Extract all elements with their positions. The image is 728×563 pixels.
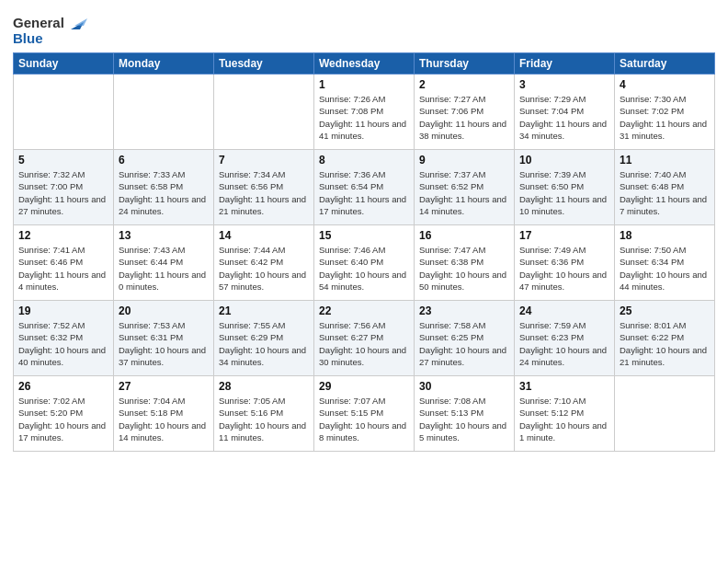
cell-info-text: Sunrise: 7:05 AM Sunset: 5:16 PM Dayligh… — [219, 395, 309, 443]
calendar-cell — [615, 376, 715, 452]
calendar-cell — [214, 75, 314, 150]
calendar-cell: 23Sunrise: 7:58 AM Sunset: 6:25 PM Dayli… — [415, 301, 515, 376]
calendar-cell: 22Sunrise: 7:56 AM Sunset: 6:27 PM Dayli… — [314, 301, 415, 376]
calendar-cell: 7Sunrise: 7:34 AM Sunset: 6:56 PM Daylig… — [214, 150, 314, 225]
cell-info-text: Sunrise: 7:32 AM Sunset: 7:00 PM Dayligh… — [18, 168, 108, 217]
day-number: 22 — [319, 304, 409, 317]
cell-info-text: Sunrise: 7:47 AM Sunset: 6:38 PM Dayligh… — [419, 244, 509, 293]
day-number: 10 — [519, 154, 609, 167]
cell-info-text: Sunrise: 7:43 AM Sunset: 6:44 PM Dayligh… — [119, 244, 209, 293]
calendar-cell: 2Sunrise: 7:27 AM Sunset: 7:06 PM Daylig… — [415, 75, 515, 150]
calendar-table: SundayMondayTuesdayWednesdayThursdayFrid… — [13, 52, 715, 452]
calendar-week-row: 1Sunrise: 7:26 AM Sunset: 7:08 PM Daylig… — [14, 75, 715, 150]
calendar-cell — [14, 75, 114, 150]
calendar-cell: 8Sunrise: 7:36 AM Sunset: 6:54 PM Daylig… — [314, 150, 415, 225]
cell-info-text: Sunrise: 7:10 AM Sunset: 5:12 PM Dayligh… — [519, 395, 609, 443]
calendar-cell: 14Sunrise: 7:44 AM Sunset: 6:42 PM Dayli… — [214, 225, 314, 301]
calendar-cell: 20Sunrise: 7:53 AM Sunset: 6:31 PM Dayli… — [114, 301, 214, 376]
cell-info-text: Sunrise: 7:34 AM Sunset: 6:56 PM Dayligh… — [219, 168, 309, 217]
day-number: 26 — [18, 380, 108, 393]
day-number: 13 — [119, 229, 209, 242]
calendar-cell: 15Sunrise: 7:46 AM Sunset: 6:40 PM Dayli… — [314, 225, 415, 301]
calendar-cell: 4Sunrise: 7:30 AM Sunset: 7:02 PM Daylig… — [615, 75, 715, 150]
cell-info-text: Sunrise: 7:08 AM Sunset: 5:13 PM Dayligh… — [419, 395, 509, 443]
cell-info-text: Sunrise: 7:37 AM Sunset: 6:52 PM Dayligh… — [419, 168, 509, 217]
day-number: 6 — [119, 154, 209, 167]
day-number: 19 — [18, 304, 108, 317]
calendar-week-row: 19Sunrise: 7:52 AM Sunset: 6:32 PM Dayli… — [14, 301, 715, 376]
day-number: 14 — [219, 229, 309, 242]
calendar-day-header: Monday — [114, 53, 214, 75]
cell-info-text: Sunrise: 7:30 AM Sunset: 7:02 PM Dayligh… — [620, 93, 710, 142]
logo-icon — [67, 13, 87, 33]
calendar-cell: 11Sunrise: 7:40 AM Sunset: 6:48 PM Dayli… — [615, 150, 715, 225]
cell-info-text: Sunrise: 7:46 AM Sunset: 6:40 PM Dayligh… — [319, 244, 409, 293]
day-number: 29 — [319, 380, 409, 393]
svg-marker-1 — [74, 18, 87, 26]
calendar-cell: 24Sunrise: 7:59 AM Sunset: 6:23 PM Dayli… — [515, 301, 615, 376]
day-number: 17 — [519, 229, 609, 242]
day-number: 15 — [319, 229, 409, 242]
cell-info-text: Sunrise: 7:50 AM Sunset: 6:34 PM Dayligh… — [620, 244, 710, 293]
day-number: 7 — [219, 154, 309, 167]
day-number: 4 — [620, 78, 710, 91]
calendar-cell: 26Sunrise: 7:02 AM Sunset: 5:20 PM Dayli… — [14, 376, 114, 452]
day-number: 9 — [419, 154, 509, 167]
calendar-cell: 12Sunrise: 7:41 AM Sunset: 6:46 PM Dayli… — [14, 225, 114, 301]
cell-info-text: Sunrise: 7:39 AM Sunset: 6:50 PM Dayligh… — [519, 168, 609, 217]
day-number: 11 — [620, 154, 710, 167]
day-number: 5 — [18, 154, 108, 167]
calendar-cell: 5Sunrise: 7:32 AM Sunset: 7:00 PM Daylig… — [14, 150, 114, 225]
calendar-cell: 13Sunrise: 7:43 AM Sunset: 6:44 PM Dayli… — [114, 225, 214, 301]
cell-info-text: Sunrise: 7:07 AM Sunset: 5:15 PM Dayligh… — [319, 395, 409, 443]
day-number: 20 — [119, 304, 209, 317]
cell-info-text: Sunrise: 7:40 AM Sunset: 6:48 PM Dayligh… — [620, 168, 710, 217]
day-number: 23 — [419, 304, 509, 317]
header: General Blue — [13, 9, 715, 47]
cell-info-text: Sunrise: 7:56 AM Sunset: 6:27 PM Dayligh… — [319, 319, 409, 368]
calendar-cell: 17Sunrise: 7:49 AM Sunset: 6:36 PM Dayli… — [515, 225, 615, 301]
calendar-week-row: 5Sunrise: 7:32 AM Sunset: 7:00 PM Daylig… — [14, 150, 715, 225]
page-container: General Blue SundayMondayTuesdayWednesda… — [0, 0, 728, 461]
calendar-day-header: Tuesday — [214, 53, 314, 75]
calendar-cell: 19Sunrise: 7:52 AM Sunset: 6:32 PM Dayli… — [14, 301, 114, 376]
calendar-day-header: Saturday — [615, 53, 715, 75]
cell-info-text: Sunrise: 7:41 AM Sunset: 6:46 PM Dayligh… — [18, 244, 108, 293]
day-number: 21 — [219, 304, 309, 317]
day-number: 3 — [519, 78, 609, 91]
calendar-day-header: Sunday — [14, 53, 114, 75]
calendar-day-header: Friday — [515, 53, 615, 75]
calendar-cell: 30Sunrise: 7:08 AM Sunset: 5:13 PM Dayli… — [415, 376, 515, 452]
day-number: 16 — [419, 229, 509, 242]
cell-info-text: Sunrise: 7:02 AM Sunset: 5:20 PM Dayligh… — [18, 395, 108, 443]
logo-general: General — [13, 15, 64, 31]
day-number: 28 — [219, 380, 309, 393]
calendar-cell: 21Sunrise: 7:55 AM Sunset: 6:29 PM Dayli… — [214, 301, 314, 376]
logo: General Blue — [13, 13, 87, 47]
day-number: 24 — [519, 304, 609, 317]
calendar-cell: 1Sunrise: 7:26 AM Sunset: 7:08 PM Daylig… — [314, 75, 415, 150]
calendar-cell: 28Sunrise: 7:05 AM Sunset: 5:16 PM Dayli… — [214, 376, 314, 452]
day-number: 27 — [119, 380, 209, 393]
day-number: 1 — [319, 78, 409, 91]
calendar-day-header: Thursday — [415, 53, 515, 75]
calendar-cell — [114, 75, 214, 150]
cell-info-text: Sunrise: 7:49 AM Sunset: 6:36 PM Dayligh… — [519, 244, 609, 293]
calendar-cell: 10Sunrise: 7:39 AM Sunset: 6:50 PM Dayli… — [515, 150, 615, 225]
calendar-cell: 27Sunrise: 7:04 AM Sunset: 5:18 PM Dayli… — [114, 376, 214, 452]
calendar-cell: 25Sunrise: 8:01 AM Sunset: 6:22 PM Dayli… — [615, 301, 715, 376]
calendar-week-row: 26Sunrise: 7:02 AM Sunset: 5:20 PM Dayli… — [14, 376, 715, 452]
cell-info-text: Sunrise: 7:29 AM Sunset: 7:04 PM Dayligh… — [519, 93, 609, 142]
day-number: 30 — [419, 380, 509, 393]
calendar-header-row: SundayMondayTuesdayWednesdayThursdayFrid… — [14, 53, 715, 75]
cell-info-text: Sunrise: 7:44 AM Sunset: 6:42 PM Dayligh… — [219, 244, 309, 293]
cell-info-text: Sunrise: 8:01 AM Sunset: 6:22 PM Dayligh… — [620, 319, 710, 368]
calendar-cell: 3Sunrise: 7:29 AM Sunset: 7:04 PM Daylig… — [515, 75, 615, 150]
calendar-cell: 31Sunrise: 7:10 AM Sunset: 5:12 PM Dayli… — [515, 376, 615, 452]
calendar-cell: 6Sunrise: 7:33 AM Sunset: 6:58 PM Daylig… — [114, 150, 214, 225]
cell-info-text: Sunrise: 7:36 AM Sunset: 6:54 PM Dayligh… — [319, 168, 409, 217]
day-number: 18 — [620, 229, 710, 242]
cell-info-text: Sunrise: 7:55 AM Sunset: 6:29 PM Dayligh… — [219, 319, 309, 368]
logo-text: General Blue — [13, 13, 87, 47]
cell-info-text: Sunrise: 7:27 AM Sunset: 7:06 PM Dayligh… — [419, 93, 509, 142]
